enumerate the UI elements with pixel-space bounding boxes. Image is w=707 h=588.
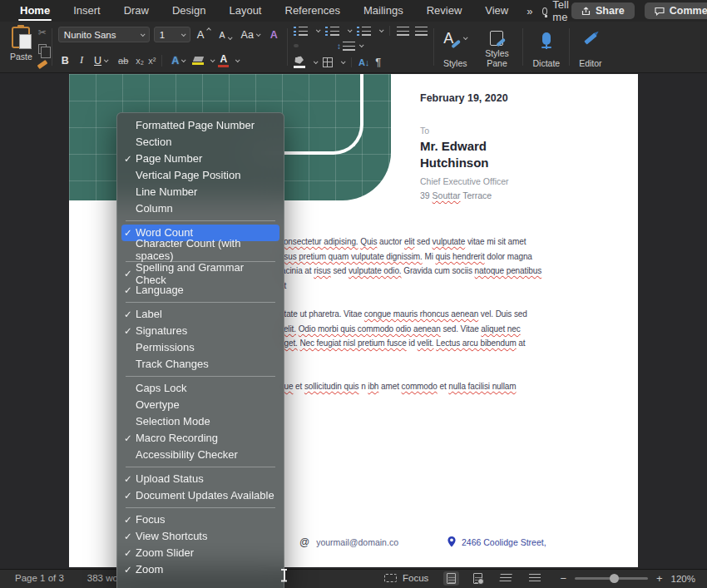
change-case-button[interactable]: Aa — [238, 29, 263, 41]
strikethrough-button[interactable]: ab — [115, 56, 131, 66]
dictate-button[interactable]: Dictate — [526, 23, 566, 71]
draft-view-button[interactable] — [526, 572, 544, 585]
align-center-button[interactable] — [304, 44, 309, 47]
context-menu-item[interactable]: Selection Mode — [117, 413, 284, 430]
context-menu-item[interactable]: Track Changes — [117, 356, 284, 373]
chevron-down-icon[interactable] — [235, 57, 240, 62]
align-left-button[interactable] — [294, 44, 299, 47]
grow-font-button[interactable]: A — [195, 28, 213, 41]
chevron-down-icon[interactable] — [210, 57, 215, 62]
chevron-down-icon[interactable] — [314, 59, 319, 64]
context-menu-item[interactable]: ✓Macro Recording — [117, 430, 284, 447]
align-right-button[interactable] — [315, 44, 320, 47]
letter-date: February 19, 2020 — [420, 92, 611, 104]
font-name-select[interactable]: Nunito Sans — [58, 27, 150, 42]
styles-button[interactable]: A Styles — [437, 23, 474, 71]
context-menu-item[interactable]: Vertical Page Position — [117, 167, 284, 184]
italic-button[interactable]: I — [77, 54, 87, 67]
tab-design[interactable]: Design — [161, 1, 217, 22]
context-menu-item[interactable]: Permissions — [117, 339, 284, 356]
editor-button[interactable]: Editor — [572, 23, 608, 71]
chevron-up-icon — [206, 27, 211, 32]
context-menu-item[interactable]: ✓Page Number — [117, 151, 284, 167]
font-size-select[interactable]: 1 — [154, 27, 190, 42]
context-menu-item-label: Selection Mode — [136, 415, 210, 427]
tab-references[interactable]: References — [274, 1, 352, 22]
context-menu-item[interactable]: Overtype — [117, 397, 284, 413]
context-menu-item[interactable]: ✓Focus — [117, 511, 284, 528]
context-menu-item[interactable]: ✓Signatures — [117, 323, 284, 339]
comments-button[interactable]: Comments — [645, 2, 707, 19]
text-effects-button[interactable]: A — [168, 55, 188, 67]
zoom-slider[interactable] — [575, 577, 648, 580]
shrink-font-button[interactable]: A — [217, 30, 234, 40]
zoom-slider-thumb[interactable] — [610, 574, 619, 583]
borders-button[interactable] — [323, 57, 333, 67]
context-menu-item[interactable]: Column — [117, 200, 284, 216]
context-menu-item[interactable]: ✓Zoom Slider — [117, 545, 284, 561]
context-menu-item[interactable]: Section — [117, 134, 284, 151]
context-menu-item[interactable]: Caps Lock — [117, 380, 284, 397]
cut-button[interactable]: ✂ — [38, 27, 47, 37]
paste-button[interactable]: Paste — [5, 23, 36, 71]
tab-mailings[interactable]: Mailings — [352, 1, 415, 22]
font-color-button[interactable]: A — [218, 54, 229, 68]
context-menu-item[interactable]: ✓Spelling and Grammar Check — [117, 265, 284, 282]
context-menu-item[interactable]: Accessibility Checker — [117, 447, 284, 463]
shading-button[interactable] — [294, 57, 305, 68]
show-paragraph-marks-button[interactable]: ¶ — [375, 56, 381, 68]
focus-button[interactable]: Focus — [384, 573, 428, 583]
tab-review[interactable]: Review — [415, 1, 474, 22]
context-menu-item[interactable]: Formatted Page Number — [117, 117, 284, 134]
context-menu-item[interactable]: ✓View Shortcuts — [117, 528, 284, 545]
text-segment: sed — [414, 237, 432, 246]
justify-button[interactable] — [326, 44, 331, 47]
styles-pane-button[interactable]: Styles Pane — [473, 23, 520, 71]
numbering-button[interactable] — [325, 27, 339, 36]
zoom-out-button[interactable]: − — [560, 572, 566, 585]
context-menu-item[interactable]: Line Number — [117, 184, 284, 200]
increase-indent-button[interactable] — [415, 27, 428, 36]
context-menu-item-label: Section — [136, 136, 171, 148]
page-count[interactable]: Page 1 of 3 — [15, 573, 64, 583]
clear-formatting-button[interactable]: A — [267, 29, 281, 41]
footer-street: 2466 Coolidge Street, — [447, 536, 546, 547]
multilevel-list-button[interactable] — [357, 27, 371, 36]
context-menu-item[interactable]: ✓Document Updates Available — [117, 487, 284, 504]
superscript-button[interactable]: x² — [148, 56, 156, 66]
checkmark-icon: ✓ — [124, 531, 136, 542]
context-menu-item[interactable]: ✓Zoom — [117, 561, 284, 578]
context-menu-item-label: Caps Lock — [136, 382, 186, 394]
share-button[interactable]: Share — [571, 2, 635, 19]
outline-view-button[interactable] — [497, 572, 515, 585]
tab-insert[interactable]: Insert — [62, 1, 112, 22]
zoom-in-button[interactable]: + — [656, 572, 663, 585]
line-spacing-button[interactable]: ↕ — [337, 42, 363, 51]
underline-button[interactable]: U — [91, 55, 111, 67]
tab-view[interactable]: View — [473, 1, 520, 22]
tab-draw[interactable]: Draw — [112, 1, 161, 22]
highlight-button[interactable] — [192, 57, 204, 66]
chevron-down-icon[interactable] — [341, 59, 346, 64]
context-menu-item[interactable]: ✓Label — [117, 306, 284, 323]
copy-button[interactable] — [38, 44, 47, 54]
print-layout-view-button[interactable] — [443, 571, 459, 586]
more-tabs-chevron[interactable]: » — [520, 5, 539, 17]
decrease-indent-button[interactable] — [397, 27, 409, 36]
format-painter-button[interactable] — [37, 60, 48, 69]
bold-button[interactable]: B — [58, 55, 72, 67]
subscript-button[interactable]: x₂ — [136, 56, 144, 66]
zoom-level[interactable]: 120% — [671, 574, 695, 584]
context-menu-item[interactable]: ✓Upload Status — [117, 471, 284, 487]
bullets-button[interactable] — [294, 27, 308, 36]
tell-me-button[interactable]: Tell me — [542, 0, 571, 23]
context-menu-item[interactable]: Character Count (with spaces) — [117, 241, 284, 258]
context-menu-item-label: Spelling and Grammar Check — [136, 261, 277, 286]
misspelled-word: congue mauris rhoncus aenean — [364, 309, 478, 319]
web-layout-view-button[interactable] — [470, 571, 486, 586]
sort-button[interactable]: A↓ — [358, 57, 369, 67]
checkmark-icon: ✓ — [124, 432, 136, 444]
grow-font-glyph: A — [197, 28, 205, 41]
tab-home[interactable]: Home — [8, 1, 62, 22]
tab-layout[interactable]: Layout — [217, 1, 273, 22]
